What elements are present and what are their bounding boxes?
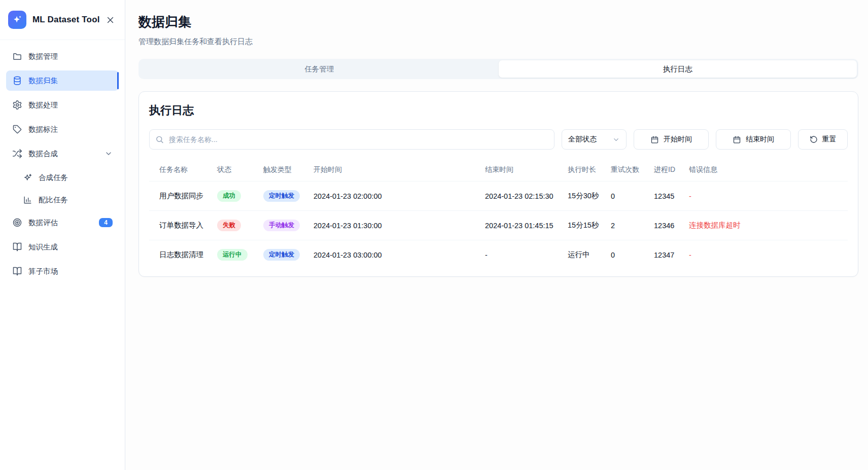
retry-count: 2 <box>611 211 654 240</box>
page-title: 数据归集 <box>138 13 858 31</box>
start-time-button[interactable]: 开始时间 <box>634 129 709 150</box>
main-content: 数据归集 管理数据归集任务和查看执行日志 任务管理 执行日志 执行日志 全部状态 <box>125 0 868 470</box>
reset-button[interactable]: 重置 <box>798 129 848 150</box>
col-end-time: 结束时间 <box>485 159 568 182</box>
sidebar-item-data-management[interactable]: 数据管理 <box>6 46 119 66</box>
app-title: ML Dataset Tool <box>32 15 100 25</box>
tab-task-management[interactable]: 任务管理 <box>140 60 499 78</box>
gear-icon <box>12 100 22 110</box>
target-icon <box>12 218 22 228</box>
sidebar-header: ML Dataset Tool <box>0 0 125 40</box>
status-filter-value: 全部状态 <box>568 135 597 144</box>
sidebar-nav: 数据管理 数据归集 数据处理 数据标注 <box>0 40 125 292</box>
search-input[interactable] <box>149 129 554 150</box>
status-badge: 成功 <box>217 190 241 202</box>
app-logo-icon <box>8 11 26 29</box>
sidebar-item-label: 数据评估 <box>28 218 58 228</box>
start-time: 2024-01-23 02:00:00 <box>314 182 485 211</box>
col-trigger-type: 触发类型 <box>263 159 314 182</box>
start-time: 2024-01-23 03:00:00 <box>314 240 485 270</box>
trigger-badge: 定时触发 <box>263 249 300 261</box>
sidebar-item-synthesis-tasks[interactable]: 合成任务 <box>6 168 119 187</box>
folder-icon <box>12 51 22 61</box>
error-message: - <box>689 182 848 211</box>
status-filter-select[interactable]: 全部状态 <box>562 129 627 150</box>
col-error: 错误信息 <box>689 159 848 182</box>
trigger-badge: 定时触发 <box>263 190 300 202</box>
table-header-row: 任务名称 状态 触发类型 开始时间 结束时间 执行时长 重试次数 进程ID 错误… <box>149 159 848 182</box>
status-badge: 运行中 <box>217 249 248 261</box>
database-icon <box>12 76 22 86</box>
panel-title: 执行日志 <box>149 103 848 118</box>
start-time: 2024-01-23 01:30:00 <box>314 211 485 240</box>
reset-label: 重置 <box>822 135 837 144</box>
sidebar-item-label: 数据归集 <box>28 76 58 86</box>
sidebar-item-knowledge-generation[interactable]: 知识生成 <box>6 237 119 257</box>
error-message: - <box>689 240 848 270</box>
col-task-name: 任务名称 <box>149 159 217 182</box>
end-time: 2024-01-23 01:45:15 <box>485 211 568 240</box>
logs-table: 任务名称 状态 触发类型 开始时间 结束时间 执行时长 重试次数 进程ID 错误… <box>149 159 848 269</box>
col-status: 状态 <box>217 159 263 182</box>
sidebar-item-data-synthesis[interactable]: 数据合成 <box>6 143 119 164</box>
col-duration: 执行时长 <box>568 159 611 182</box>
table-row: 订单数据导入 失败 手动触发 2024-01-23 01:30:00 2024-… <box>149 211 848 240</box>
rotate-ccw-icon <box>810 135 818 143</box>
calendar-icon <box>733 135 741 144</box>
sidebar-item-data-processing[interactable]: 数据处理 <box>6 95 119 115</box>
search-icon <box>155 135 164 144</box>
tab-bar: 任务管理 执行日志 <box>138 59 858 79</box>
sidebar-item-label: 算子市场 <box>28 267 58 276</box>
execution-logs-panel: 执行日志 全部状态 <box>138 91 858 277</box>
sidebar-item-operator-market[interactable]: 算子市场 <box>6 261 119 281</box>
count-badge: 4 <box>99 218 113 227</box>
sidebar: ML Dataset Tool 数据管理 数据归集 <box>0 0 125 470</box>
retry-count: 0 <box>611 240 654 270</box>
end-time: 2024-01-23 02:15:30 <box>485 182 568 211</box>
page-subtitle: 管理数据归集任务和查看执行日志 <box>138 37 858 47</box>
task-name: 日志数据清理 <box>149 240 217 270</box>
sparkles-icon <box>23 173 32 183</box>
book-open-icon <box>12 266 22 276</box>
search-field-wrap <box>149 129 554 150</box>
status-badge: 失败 <box>217 220 241 231</box>
sidebar-item-data-evaluation[interactable]: 数据评估 4 <box>6 212 119 233</box>
sidebar-item-label: 知识生成 <box>28 242 58 252</box>
duration: 15分30秒 <box>568 182 611 211</box>
sidebar-item-label: 数据管理 <box>28 52 58 61</box>
sidebar-item-label: 合成任务 <box>39 173 68 183</box>
sidebar-item-ratio-tasks[interactable]: 配比任务 <box>6 190 119 209</box>
duration: 15分15秒 <box>568 211 611 240</box>
sidebar-item-data-annotation[interactable]: 数据标注 <box>6 119 119 139</box>
col-start-time: 开始时间 <box>314 159 485 182</box>
retry-count: 0 <box>611 182 654 211</box>
end-time: - <box>485 240 568 270</box>
shuffle-icon <box>12 149 22 159</box>
trigger-badge: 手动触发 <box>263 220 300 231</box>
sidebar-item-data-collection[interactable]: 数据归集 <box>6 70 119 91</box>
col-pid: 进程ID <box>654 159 689 182</box>
process-id: 12347 <box>654 240 689 270</box>
error-message: 连接数据库超时 <box>689 211 848 240</box>
sidebar-item-label: 数据合成 <box>28 149 58 159</box>
tab-execution-logs[interactable]: 执行日志 <box>499 60 857 78</box>
chevron-down-icon <box>612 136 620 143</box>
process-id: 12346 <box>654 211 689 240</box>
sidebar-item-label: 数据处理 <box>28 100 58 110</box>
process-id: 12345 <box>654 182 689 211</box>
book-open-icon <box>12 242 22 252</box>
col-retries: 重试次数 <box>611 159 654 182</box>
task-name: 用户数据同步 <box>149 182 217 211</box>
table-row: 用户数据同步 成功 定时触发 2024-01-23 02:00:00 2024-… <box>149 182 848 211</box>
end-time-button[interactable]: 结束时间 <box>716 129 791 150</box>
close-sidebar-icon[interactable] <box>103 13 117 26</box>
sidebar-item-label: 数据标注 <box>28 125 58 134</box>
table-row: 日志数据清理 运行中 定时触发 2024-01-23 03:00:00 - 运行… <box>149 240 848 270</box>
duration: 运行中 <box>568 240 611 270</box>
end-time-label: 结束时间 <box>746 135 774 144</box>
calendar-icon <box>650 135 659 144</box>
start-time-label: 开始时间 <box>664 135 692 144</box>
chevron-down-icon <box>105 150 113 158</box>
app-window: ML Dataset Tool 数据管理 数据归集 <box>0 0 868 470</box>
filter-bar: 全部状态 开始时间 结束时间 <box>149 129 848 150</box>
